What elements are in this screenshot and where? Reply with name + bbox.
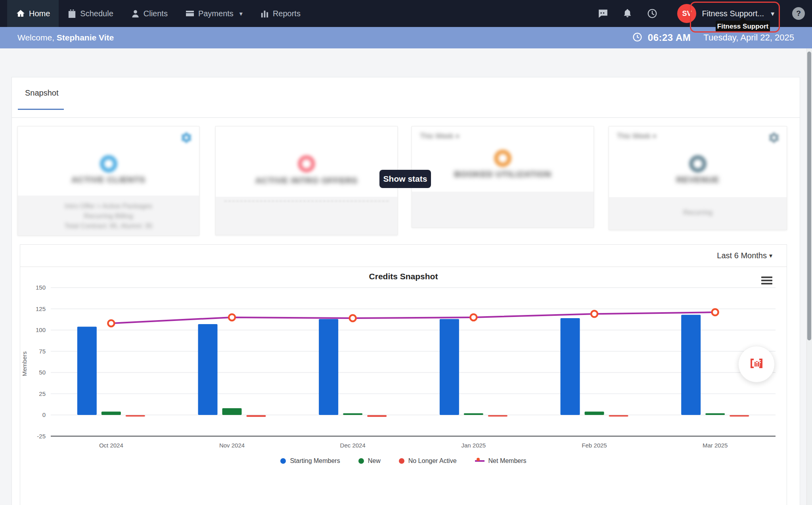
svg-text:25: 25 bbox=[39, 390, 46, 397]
svg-text:Mar 2025: Mar 2025 bbox=[703, 442, 728, 449]
nav-item-label: Schedule bbox=[80, 9, 113, 18]
legend-item[interactable]: No Longer Active bbox=[399, 457, 457, 465]
footer-line: Intro Offer + Active Packages bbox=[18, 201, 199, 211]
svg-text:Members: Members bbox=[21, 351, 28, 376]
period-select[interactable]: This Week bbox=[617, 132, 656, 140]
tab-snapshot[interactable]: Snapshot bbox=[18, 88, 66, 106]
svg-text:75: 75 bbox=[39, 348, 46, 355]
card-booked-utilization: This Week BOOKED UTILIZATION bbox=[412, 126, 594, 228]
nav-item-label: Payments bbox=[198, 9, 234, 18]
legend-dot-icon bbox=[358, 458, 364, 464]
credit-card-icon bbox=[185, 9, 195, 18]
bell-icon[interactable] bbox=[622, 8, 633, 19]
dashboard-page: Home Schedule Clients Payments Reports S… bbox=[0, 0, 812, 505]
nav-item-reports[interactable]: Reports bbox=[251, 0, 309, 27]
svg-text:Dec 2024: Dec 2024 bbox=[340, 442, 366, 449]
svg-text:Jan 2025: Jan 2025 bbox=[461, 442, 486, 449]
tabs-border bbox=[12, 117, 800, 118]
legend-item[interactable]: Starting Members bbox=[280, 457, 340, 465]
svg-text:-25: -25 bbox=[37, 433, 46, 440]
card-title: ACTIVE CLIENTS bbox=[18, 175, 199, 184]
svg-text:0: 0 bbox=[42, 411, 46, 418]
show-stats-button[interactable]: Show stats bbox=[379, 170, 431, 188]
period-select[interactable]: This Week bbox=[420, 132, 459, 140]
loading-spinner bbox=[100, 155, 117, 173]
card-revenue: This Week REVENUE Recurring bbox=[609, 126, 787, 230]
net-members-marker-icon bbox=[475, 458, 485, 464]
nav-item-label: Reports bbox=[273, 9, 301, 18]
nav-item-schedule[interactable]: Schedule bbox=[59, 0, 122, 27]
legend-item[interactable]: New bbox=[358, 457, 381, 465]
card-footer: Intro Offer + Active Packages Recurring … bbox=[18, 196, 199, 235]
gear-icon[interactable] bbox=[768, 131, 780, 144]
scrollbar-thumb[interactable] bbox=[807, 52, 811, 340]
top-nav: Home Schedule Clients Payments Reports S… bbox=[0, 0, 812, 27]
user-name: Fitness Support... bbox=[702, 9, 764, 18]
footer-line: Total Contract: 95, Alumni: 35 bbox=[18, 221, 199, 231]
legend-label: Net Members bbox=[488, 457, 527, 465]
legend-label: No Longer Active bbox=[408, 457, 457, 465]
svg-text:Oct 2024: Oct 2024 bbox=[99, 442, 123, 449]
user-tooltip: Fitness Support bbox=[716, 21, 770, 33]
welcome-user-name: Stephanie Vite bbox=[57, 33, 114, 42]
tab-underline bbox=[18, 109, 64, 110]
current-date: Tuesday, April 22, 2025 bbox=[703, 33, 794, 43]
scan-widget-button[interactable] bbox=[738, 346, 775, 382]
svg-text:100: 100 bbox=[36, 326, 46, 333]
chevron-down-icon: ▼ bbox=[770, 10, 776, 17]
range-select[interactable]: Last 6 Months bbox=[717, 251, 772, 260]
svg-text:50: 50 bbox=[39, 369, 46, 376]
legend-label: New bbox=[368, 457, 381, 465]
svg-text:125: 125 bbox=[36, 305, 46, 312]
nav-right: SV Fitness Support... ▼ ? bbox=[598, 0, 812, 27]
loading-spinner bbox=[494, 150, 511, 167]
nav-item-home[interactable]: Home bbox=[7, 0, 59, 27]
nav-item-payments[interactable]: Payments bbox=[176, 0, 251, 27]
card-title: REVENUE bbox=[609, 175, 787, 184]
welcome-bar: Welcome, Stephanie Vite 06:23 AM Tuesday… bbox=[0, 27, 812, 48]
scrollbar[interactable] bbox=[806, 48, 812, 505]
credits-chart-svg: 1501251007550250-25Oct 2024Nov 2024Dec 2… bbox=[20, 284, 787, 451]
current-time: 06:23 AM bbox=[648, 32, 691, 43]
user-menu[interactable]: SV Fitness Support... ▼ bbox=[677, 4, 776, 23]
loading-spinner bbox=[689, 155, 707, 173]
card-title: ACTIVE INTRO OFFERS bbox=[216, 176, 397, 185]
barcode-icon bbox=[748, 355, 765, 374]
svg-text:Feb 2025: Feb 2025 bbox=[582, 442, 607, 449]
legend-item[interactable]: Net Members bbox=[475, 457, 527, 465]
clock-icon[interactable] bbox=[647, 8, 657, 19]
legend-dot-icon bbox=[399, 458, 404, 464]
time-icon bbox=[632, 32, 642, 44]
svg-text:Nov 2024: Nov 2024 bbox=[219, 442, 245, 449]
footer-line: Recurring Billing bbox=[18, 211, 199, 221]
calendar-icon bbox=[67, 9, 77, 18]
nav-item-label: Home bbox=[29, 9, 50, 18]
help-icon[interactable]: ? bbox=[792, 7, 805, 20]
svg-text:150: 150 bbox=[36, 284, 46, 291]
card-footer bbox=[412, 192, 594, 227]
card-footer bbox=[216, 197, 397, 235]
gear-icon[interactable] bbox=[180, 131, 193, 144]
nav-item-label: Clients bbox=[144, 9, 168, 18]
card-footer: Recurring bbox=[609, 197, 787, 230]
chat-icon[interactable] bbox=[598, 8, 608, 19]
person-icon bbox=[131, 9, 140, 18]
chart-title: Credits Snapshot bbox=[20, 272, 787, 281]
card-active-intro-offers: ACTIVE INTRO OFFERS bbox=[215, 126, 398, 235]
loading-spinner bbox=[298, 155, 315, 173]
bar-chart-icon bbox=[260, 9, 269, 18]
credits-snapshot-card: Last 6 Months Credits Snapshot 150125100… bbox=[20, 244, 787, 505]
avatar: SV bbox=[677, 4, 696, 23]
card-title: BOOKED UTILIZATION bbox=[412, 169, 594, 179]
nav-item-clients[interactable]: Clients bbox=[122, 0, 176, 27]
card-active-clients: ACTIVE CLIENTS Intro Offer + Active Pack… bbox=[17, 126, 199, 236]
legend-dot-icon bbox=[280, 458, 286, 464]
legend-label: Starting Members bbox=[290, 457, 340, 465]
home-icon bbox=[16, 9, 25, 18]
chart-legend: Starting MembersNewNo Longer ActiveNet M… bbox=[20, 457, 787, 465]
welcome-message: Welcome, Stephanie Vite bbox=[17, 33, 114, 42]
dashed-divider bbox=[224, 201, 389, 202]
footer-line: Recurring bbox=[609, 207, 787, 217]
chart-header: Last 6 Months bbox=[20, 245, 787, 267]
